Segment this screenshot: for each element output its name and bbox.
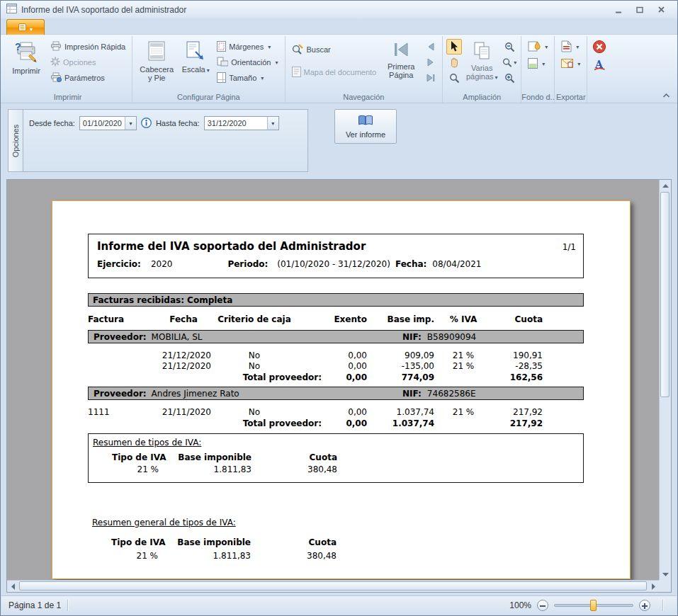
parameters-icon [50, 72, 62, 84]
zoom-in-button[interactable] [502, 70, 517, 86]
multiple-pages-label: Varias páginas [466, 64, 498, 81]
arrow-up-icon [662, 184, 669, 188]
group-label-exportar: Exportar [555, 93, 587, 101]
options-tab-label: Opciones [11, 124, 20, 156]
scroll-right-button[interactable] [648, 581, 659, 593]
first-page-button[interactable]: Primera Página [381, 39, 421, 82]
watermark-button[interactable] [525, 39, 550, 55]
ejercicio-label: Ejercicio: [97, 259, 141, 269]
maximize-icon [636, 6, 643, 13]
export-document-button[interactable] [558, 39, 583, 55]
size-button[interactable]: Tamaño [214, 70, 281, 86]
hand-tool-button[interactable] [446, 55, 462, 70]
close-icon [657, 6, 665, 13]
margins-label: Márgenes [229, 42, 264, 51]
print-button[interactable]: ? Imprimir [7, 39, 45, 77]
app-menu-row [1, 18, 677, 35]
application-menu-button[interactable] [6, 19, 45, 35]
zoom-slider-handle[interactable] [590, 600, 597, 611]
close-preview-button[interactable] [592, 39, 607, 55]
to-date-value[interactable]: 31/12/2020 [205, 117, 267, 130]
minimize-icon [615, 6, 622, 13]
from-date-input[interactable]: 01/10/2020 [79, 116, 137, 130]
section-title: Facturas recibidas: Completa [93, 295, 232, 305]
collapse-ribbon-button[interactable] [660, 91, 672, 100]
zoom-decrease-button[interactable] [537, 600, 548, 611]
chevron-up-icon [662, 93, 670, 98]
title-bar[interactable]: Informe del IVA soportado del administra… [1, 1, 677, 18]
table-row: 1111 21/11/2020 No 0,00 1.037,74 21 % 21… [88, 407, 584, 418]
zoom-button[interactable] [502, 55, 517, 70]
first-page-icon [392, 41, 409, 60]
proveedor-name: Andres Jimenez Rato [152, 389, 239, 399]
provider-bar: Proveedor: MOBILIA, SL NIF:B58909094 [88, 330, 584, 343]
general-iva-summary-row: 21 % 1.811,83 380,48 [92, 551, 584, 561]
multiple-pages-button[interactable]: Varias páginas [464, 39, 499, 84]
iva-summary-title: Resumen de tipos de IVA: [93, 438, 201, 447]
options-tab[interactable]: Opciones [8, 109, 23, 172]
table-header-row: Factura Fecha Criterio de caja Exento Ba… [88, 314, 584, 326]
view-report-button[interactable]: Ver informe [334, 109, 397, 144]
zoom-slider[interactable] [554, 600, 633, 611]
send-email-button[interactable] [558, 56, 583, 72]
provider-bar: Proveedor: Andres Jimenez Rato NIF:74682… [88, 387, 584, 400]
preview-area[interactable]: Informe del IVA soportado del Administra… [6, 179, 672, 593]
report-page[interactable]: Informe del IVA soportado del Administra… [52, 200, 631, 579]
table-row: 21/12/2020 No 0,00 -135,00 21 % -28,35 [88, 361, 584, 372]
orientation-button[interactable]: Orientación [214, 55, 281, 70]
size-icon [217, 72, 226, 84]
horizontal-scroll-thumb[interactable] [19, 581, 647, 591]
table-row: 21/12/2020 No 0,00 909,09 21 % 190,91 [88, 350, 584, 361]
margins-button[interactable]: Márgenes [214, 39, 281, 55]
from-date-value[interactable]: 01/10/2020 [80, 117, 125, 130]
statusbar-separator [67, 600, 68, 611]
col-base: Base imp. [371, 314, 439, 326]
quick-print-button[interactable]: Impresión Rápida [47, 39, 128, 55]
scroll-left-button[interactable] [7, 581, 18, 593]
status-bar: Página 1 de 1 100% [1, 595, 677, 615]
document-map-label: Mapa del documento [304, 68, 377, 76]
horizontal-scrollbar[interactable] [7, 580, 659, 592]
to-date-input[interactable]: 31/12/2020 [204, 116, 279, 130]
app-window: Informe del IVA soportado del administra… [0, 0, 678, 616]
zoom-increase-button[interactable] [639, 600, 650, 611]
minimize-button[interactable] [608, 3, 629, 16]
previous-page-button[interactable] [423, 39, 439, 55]
parameters-button[interactable]: Parámetros [47, 70, 128, 86]
watermark-a-icon: A [593, 59, 606, 71]
last-page-button[interactable] [423, 70, 439, 86]
col-factura: Factura [88, 314, 152, 326]
header-footer-button[interactable]: Cabecera y Pie [136, 39, 177, 85]
ribbon: ? Imprimir Impresión Rápida Opciones Par… [1, 35, 677, 103]
search-button[interactable]: Buscar [289, 42, 380, 57]
proveedor-name: MOBILIA, SL [152, 332, 203, 342]
export-document-icon [561, 40, 572, 54]
menu-list-icon [18, 21, 26, 34]
group-label-configurar: Configurar Página [132, 93, 284, 101]
pointer-icon [450, 41, 458, 52]
scroll-up-button[interactable] [660, 180, 672, 191]
pointer-tool-button[interactable] [446, 39, 462, 55]
next-page-button[interactable] [423, 55, 439, 70]
email-icon [561, 59, 573, 69]
window-controls [608, 3, 672, 16]
ribbon-group-configurar-pagina: Cabecera y Pie Escala Márgenes Orientaci… [132, 36, 285, 103]
to-date-dropdown-button[interactable] [267, 117, 278, 130]
fecha-label: Fecha: [395, 259, 426, 269]
scale-button[interactable]: Escala [179, 39, 212, 76]
vertical-scroll-thumb[interactable] [660, 192, 669, 397]
print-label: Imprimir [12, 67, 40, 76]
scroll-down-button[interactable] [660, 569, 672, 580]
zoom-out-button[interactable] [502, 39, 517, 55]
maximize-button[interactable] [629, 3, 650, 16]
col-fecha: Fecha [152, 314, 215, 326]
options-area: Opciones Desde fecha: 01/10/2020 Hasta f… [8, 109, 672, 172]
periodo-value: (01/10/2020 - 31/12/2020) [277, 259, 390, 269]
vertical-scrollbar[interactable] [659, 180, 671, 580]
close-button[interactable] [650, 3, 672, 16]
magnifier-tool-button[interactable] [446, 70, 462, 86]
from-date-dropdown-button[interactable] [125, 117, 136, 130]
page-color-button[interactable] [525, 56, 550, 72]
nif-value: B58909094 [427, 332, 476, 342]
watermark-text-button[interactable]: A [592, 57, 607, 72]
